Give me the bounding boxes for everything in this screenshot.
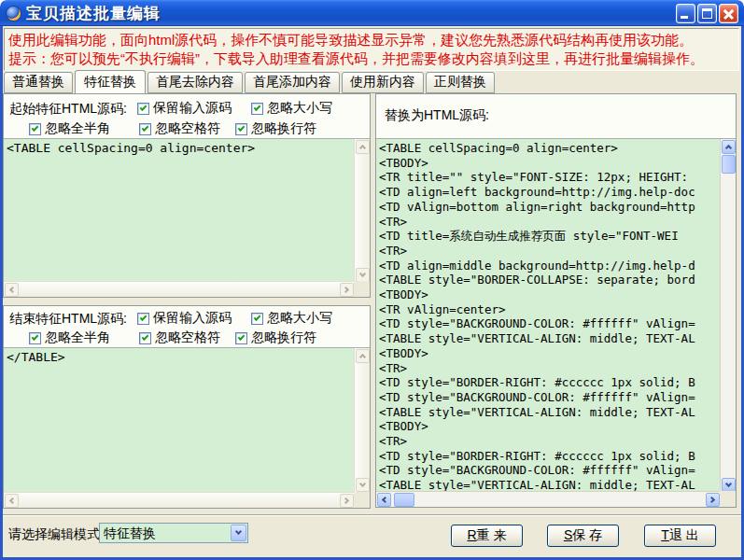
code-line: <TBODY> [379,346,717,361]
scrollbar-thumb[interactable] [722,155,736,174]
title-bar[interactable]: 宝贝描述批量编辑 [0,0,744,26]
checkbox-checked-icon [235,332,247,344]
tab-add-head-tail[interactable]: 首尾添加内容 [245,72,340,93]
save-button[interactable]: S保 存 [547,525,619,547]
code-line: <TABLE style="VERTICAL-ALIGN: middle; TE… [379,405,717,420]
scroll-right-button[interactable] [706,493,720,507]
checkbox-keep-input-source-end[interactable]: 保留输入源码 [137,310,232,327]
checkbox-ignore-spaces-start[interactable]: 忽略空格符 [139,120,220,137]
tab-strip: 普通替换 特征替换 首尾去除内容 首尾添加内容 使用新内容 正则替换 [4,74,497,93]
checkbox-ignore-linebreaks-start[interactable]: 忽略换行符 [235,120,316,137]
scroll-down-button[interactable] [356,268,370,282]
vertical-scrollbar[interactable] [354,348,370,493]
code-line: <TD style="BACKGROUND-COLOR: #ffffff" vA… [379,390,717,405]
tab-use-new-content[interactable]: 使用新内容 [342,72,424,93]
warning-line-2: 提示：您可以预先“不执行编辑”，下载导入助理查看源代码，并把需要修改内容填到这里… [8,49,735,68]
checkbox-ignore-spaces-end[interactable]: 忽略空格符 [139,329,220,346]
tab-normal-replace[interactable]: 普通替换 [4,72,73,93]
warning-notice: 使用此编辑功能，面向html源代码，操作不慎可能导致描述显示异常，建议您先熟悉源… [4,28,739,71]
checkbox-label: 忽略全半角 [45,120,110,137]
redo-button[interactable]: R重 来 [451,525,523,547]
checkbox-checked-icon [29,332,41,344]
code-line: <TD align=left background=http://img.hel… [379,185,717,200]
chevron-up-icon [358,145,365,151]
maximize-button[interactable] [697,4,717,23]
combo-dropdown-button[interactable] [231,525,246,541]
chevron-down-icon [358,270,365,276]
code-line: <TABLE style="BORDER-COLLAPSE: separate;… [379,273,717,287]
horizontal-scrollbar[interactable] [4,492,355,508]
code-line: <TD title=系统自动生成推荐页面 style="FONT-WEI [379,229,717,244]
code-line: <TR> [379,244,717,259]
checkbox-checked-icon [137,313,149,325]
checkbox-label: 忽略空格符 [155,329,220,346]
checkbox-ignore-linebreaks-end[interactable]: 忽略换行符 [235,329,316,346]
horizontal-scrollbar[interactable] [4,281,355,297]
vertical-scrollbar[interactable] [354,139,370,283]
button-accel: T [661,527,669,542]
tab-regex-replace[interactable]: 正则替换 [426,72,495,93]
exit-button[interactable]: T退 出 [644,525,716,547]
chevron-right-icon [342,286,348,292]
replace-html-header: 替换为HTML源码: [376,94,736,138]
start-feature-code-editor[interactable]: <TABLE cellSpacing=0 align=center> [4,138,370,283]
edit-mode-select[interactable]: 特征替换 [99,523,248,543]
checkbox-checked-icon [139,123,151,135]
code-line: <TABLE style="VERTICAL-ALIGN: middle; TE… [379,331,717,346]
app-icon [6,6,21,21]
checkbox-label: 忽略大小写 [267,310,332,327]
tab-strip-head-tail[interactable]: 首尾去除内容 [147,72,243,93]
scroll-up-button[interactable] [722,140,736,154]
checkbox-label: 忽略全半角 [45,329,110,346]
close-button[interactable] [719,4,738,23]
checkbox-ignore-fullwidth-start[interactable]: 忽略全半角 [29,120,110,137]
scroll-right-button[interactable] [340,283,354,297]
code-line: <TD style="BORDER-RIGHT: #cccccc 1px sol… [379,375,717,390]
end-feature-code-editor[interactable]: </TABLE> [4,347,370,493]
vertical-scrollbar[interactable] [720,139,736,493]
checkbox-keep-input-source-start[interactable]: 保留输入源码 [137,100,232,117]
tab-feature-replace[interactable]: 特征替换 [75,70,146,93]
scroll-left-button[interactable] [5,283,19,297]
end-feature-code[interactable]: </TABLE> [7,350,351,493]
chevron-right-icon [708,496,714,502]
scroll-up-button[interactable] [356,140,370,154]
code-line: <TBODY> [379,156,717,171]
horizontal-scrollbar[interactable] [376,491,721,507]
scrollbar-thumb[interactable] [394,493,414,507]
chevron-down-icon [724,480,731,486]
start-feature-code[interactable]: <TABLE cellSpacing=0 align=center> [7,141,351,283]
code-line: <TD align=middle background=http://img.h… [379,259,717,273]
button-label: 保 存 [572,527,602,542]
scroll-right-button[interactable] [340,494,354,508]
checkbox-ignore-fullwidth-end[interactable]: 忽略全半角 [29,329,110,346]
scroll-down-button[interactable] [356,478,370,492]
checkbox-label: 保留输入源码 [153,100,232,117]
checkbox-label: 忽略换行符 [251,120,316,137]
checkbox-checked-icon [29,123,41,135]
code-line: <TBODY> [379,287,717,302]
code-line: <TD style="BACKGROUND-COLOR: #ffffff" vA… [379,316,717,331]
scrollbar-corner [354,281,370,297]
checkbox-ignore-case-end[interactable]: 忽略大小写 [251,310,332,327]
checkbox-checked-icon [139,332,151,344]
dialog-body: 使用此编辑功能，面向html源代码，操作不慎可能导致描述显示异常，建议您先熟悉源… [0,26,744,560]
scroll-up-button[interactable] [356,349,370,363]
minimize-button[interactable] [676,4,695,23]
chevron-left-icon [382,496,388,502]
checkbox-label: 忽略换行符 [251,329,316,346]
code-line: <TR> [379,215,717,230]
scroll-left-button[interactable] [5,494,19,508]
scroll-down-button[interactable] [722,478,736,492]
button-label: 重 来 [477,527,507,542]
window-title: 宝贝描述批量编辑 [26,3,161,24]
checkbox-checked-icon [235,123,247,135]
replace-code-editor[interactable]: <TABLE cellSpacing=0 align=center><TBODY… [376,138,736,493]
code-line: <TR> [379,361,717,376]
scroll-left-button[interactable] [377,493,391,507]
replace-code[interactable]: <TABLE cellSpacing=0 align=center><TBODY… [379,141,717,493]
checkbox-ignore-case-start[interactable]: 忽略大小写 [251,100,332,117]
start-feature-header: 起始特征HTML源码: 保留输入源码 忽略大小写 忽略全半角 忽略空格符 [4,94,370,138]
checkbox-label: 忽略大小写 [267,100,332,117]
code-line: <TD style="BACKGROUND-COLOR: #ffffff" vA… [379,463,717,478]
